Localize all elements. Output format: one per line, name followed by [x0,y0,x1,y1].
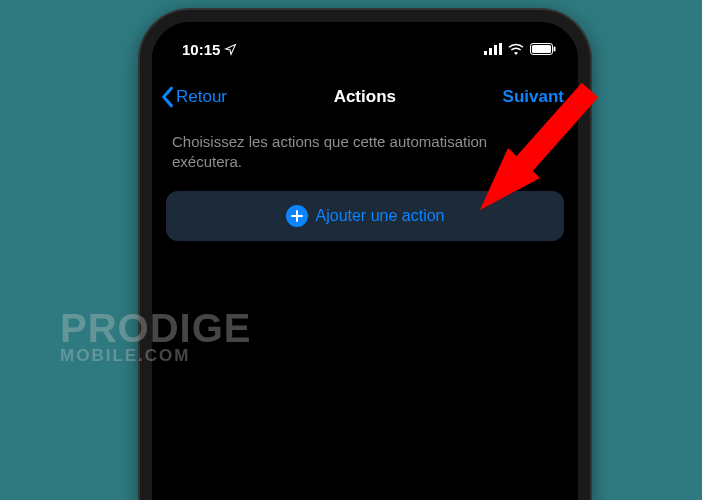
add-action-button[interactable]: Ajouter une action [166,191,564,241]
status-time: 10:15 [182,41,220,58]
instruction-text: Choisissez les actions que cette automat… [152,122,578,191]
chevron-left-icon [160,86,174,108]
add-action-label: Ajouter une action [316,207,445,225]
status-left: 10:15 [182,41,237,58]
wifi-icon [508,43,524,55]
svg-rect-2 [494,45,497,55]
phone-frame: 10:15 [140,10,590,500]
phone-notch [265,22,465,50]
location-icon [224,43,237,56]
nav-bar: Retour Actions Suivant [152,66,578,122]
phone-screen: 10:15 [152,22,578,500]
svg-rect-3 [499,43,502,55]
status-right [484,43,556,55]
svg-rect-5 [532,45,551,53]
cellular-signal-icon [484,43,502,55]
svg-rect-6 [554,47,556,52]
plus-circle-icon [286,205,308,227]
next-button[interactable]: Suivant [503,87,564,107]
back-button[interactable]: Retour [160,86,227,108]
svg-rect-1 [489,48,492,55]
page-title: Actions [334,87,396,107]
svg-rect-0 [484,51,487,55]
back-label: Retour [176,87,227,107]
battery-icon [530,43,556,55]
